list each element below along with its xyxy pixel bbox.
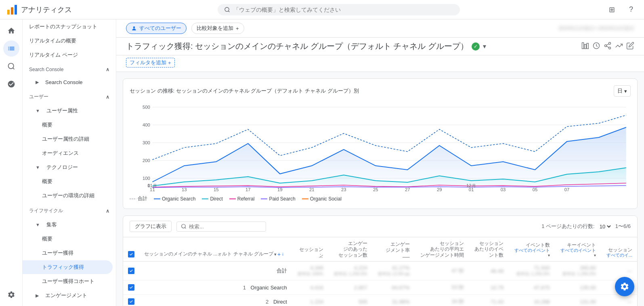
rows-select[interactable]: 10 25 50 — [598, 223, 612, 230]
svg-rect-9 — [584, 44, 586, 49]
legend-organic[interactable]: Organic Search — [154, 196, 195, 202]
sidebar-item-acq-overview[interactable]: 概要 — [23, 232, 113, 246]
sidebar-item-snapshot[interactable]: レポートのスナップショット — [23, 20, 113, 34]
col-header-engagement-rate: エンゲー ジメント率 ___ — [372, 237, 415, 262]
row2-checkbox-cell[interactable] — [123, 295, 139, 306]
svg-text:11: 11 — [150, 188, 155, 192]
svg-text:19: 19 — [277, 188, 283, 192]
search-console-expand-icon[interactable]: ∧ — [106, 67, 109, 72]
edit-icon[interactable] — [626, 42, 634, 51]
legend-referral-icon — [229, 197, 236, 200]
page-toolbar: すべてのユーザー 比較対象を追加 + 2024年11月某日〜2024年12月某日 — [116, 19, 644, 38]
chart-period-select[interactable]: 日 ▾ — [614, 85, 631, 97]
sidebar-item-env-detail[interactable]: ユーザーの環境の詳細 — [23, 189, 113, 203]
row2-name: Direct — [273, 299, 287, 305]
sidebar-item-audience[interactable]: オーディエンス — [23, 146, 113, 160]
sidebar-item-monetization[interactable]: ▶ 収益化 — [23, 303, 113, 306]
svg-text:23: 23 — [341, 188, 346, 192]
total-rate-cell: 41.27% 前年比 12.84 pp — [372, 262, 415, 281]
svg-rect-8 — [582, 43, 584, 49]
sidebar-item-demographics-detail[interactable]: ユーザー属性の詳細 — [23, 132, 113, 146]
legend-paid[interactable]: Paid Search — [261, 196, 295, 202]
channel-dropdown-icon[interactable]: ▾ — [274, 251, 277, 257]
help-icon[interactable]: ? — [625, 3, 638, 16]
sidebar-item-realtime-overview[interactable]: リアルタイムの概要 — [23, 34, 113, 48]
row2-checkbox[interactable] — [128, 298, 134, 305]
legend-social[interactable]: Organic Social — [302, 196, 342, 202]
nav-home[interactable] — [3, 23, 19, 39]
legend-direct[interactable]: Direct — [202, 196, 222, 202]
row2-engaged-cell: 505 — [328, 295, 372, 306]
sidebar-item-overview1[interactable]: 概要 — [23, 118, 113, 132]
sidebar-item-cohort[interactable]: ユーザー獲得コホート — [23, 274, 113, 288]
nav-explore[interactable] — [3, 58, 19, 74]
user-section-expand-icon[interactable]: ∧ — [106, 94, 109, 100]
total-checkbox-cell[interactable] — [123, 262, 139, 281]
topbar-right: ⊞ ? — [605, 3, 638, 16]
row1-checkbox[interactable] — [128, 284, 134, 291]
svg-text:03: 03 — [501, 188, 506, 192]
sidebar-item-acquisition[interactable]: ▼ 集客 — [23, 218, 113, 232]
lifecycle-expand-icon[interactable]: ∧ — [106, 208, 109, 214]
row2-rate-value: 31.98% — [377, 299, 410, 305]
total-key-cell: 265,60 前年比 1,250.0% — [555, 262, 601, 281]
acq-overview-label: 概要 — [42, 235, 52, 243]
search-input[interactable] — [233, 6, 453, 13]
nav-reports[interactable] — [3, 40, 19, 57]
all-users-chip[interactable]: すべてのユーザー — [126, 23, 187, 34]
row1-checkbox-cell[interactable] — [123, 281, 139, 295]
share-icon[interactable] — [604, 42, 612, 51]
chart-period-label: 日 — [617, 87, 623, 95]
audience-label: オーディエンス — [42, 150, 79, 157]
cohort-label: ユーザー獲得コホート — [42, 278, 94, 285]
row2-avg-cell: 34 秒 — [415, 295, 469, 306]
sidebar-item-engagement[interactable]: ▶ エンゲージメント — [23, 289, 113, 302]
sidebar-item-realtime-page[interactable]: リアルタイム ページ — [23, 48, 113, 62]
row2-session-cell: 1,154 — [292, 295, 328, 306]
sidebar-item-technology[interactable]: ▼ テクノロジー — [23, 160, 113, 174]
table-search-input[interactable] — [189, 224, 262, 230]
sidebar-item-overview2[interactable]: 概要 — [23, 175, 113, 188]
title-dropdown-icon[interactable]: ▾ — [483, 42, 486, 50]
svg-point-5 — [8, 63, 13, 69]
sidebar-item-search-console[interactable]: ▶ Search Console — [23, 76, 113, 89]
sidebar-item-traffic-acquisition[interactable]: トラフィック獲得 — [23, 260, 113, 274]
trend-icon[interactable] — [615, 42, 623, 51]
snapshot-label: レポートのスナップショット — [29, 23, 97, 30]
nav-advertising[interactable] — [3, 76, 19, 92]
row1-event-value: 47,675 — [513, 285, 550, 291]
table-search[interactable] — [176, 222, 266, 232]
filter-add-btn[interactable]: フィルタを追加 + — [126, 58, 175, 68]
grid-icon[interactable]: ⊞ — [605, 3, 618, 16]
row1-session-value: 4,416 — [297, 285, 323, 291]
chart-icon[interactable] — [581, 42, 589, 51]
total-session-sub: 前年比 100% — [297, 271, 323, 277]
settings-fab[interactable] — [615, 277, 634, 296]
compare-icon[interactable] — [592, 42, 600, 51]
table-row-2: 2 Direct 1,154 505 31.98% — [123, 295, 637, 306]
chart-container: セッション の推移: セッションのメインのチャネル グループ（デフォルト チャネ… — [123, 78, 638, 209]
chart-area: 500 400 300 200 100 0 — [130, 103, 631, 192]
sidebar-item-user-demographics[interactable]: ▼ ユーザー属性 — [23, 104, 113, 118]
row1-session-cell: 4,416 — [292, 281, 328, 295]
legend-referral[interactable]: Referral — [229, 196, 255, 202]
add-compare-chip[interactable]: 比較対象を追加 + — [191, 23, 244, 34]
legend-total[interactable]: 合計 — [130, 195, 147, 202]
header-checkbox[interactable] — [128, 251, 134, 257]
sidebar-item-user-acquisition[interactable]: ユーザー獲得 — [23, 246, 113, 260]
sort-arrow-icon[interactable]: ↓ — [281, 251, 284, 257]
svg-line-53 — [185, 228, 186, 229]
row2-eps-cell: 71.43 — [469, 295, 508, 306]
search-bar[interactable] — [218, 4, 460, 15]
svg-point-13 — [605, 45, 607, 47]
svg-text:15: 15 — [214, 188, 219, 192]
nav-settings[interactable] — [3, 287, 19, 303]
row1-key-cell: 135.00 — [555, 281, 601, 295]
add-col-icon[interactable]: + — [277, 251, 281, 258]
graph-btn[interactable]: グラフに表示 — [130, 221, 172, 232]
total-event-cell: 71,500 前年比 1,250.0% — [508, 262, 554, 281]
total-checkbox[interactable] — [128, 268, 134, 274]
tech-expand-icon: ▼ — [36, 165, 40, 170]
col-header-channel[interactable]: セッションのメインのチャネル ...ォルト チャネル グループ ▾ + ↓ — [139, 237, 292, 262]
row1-event-cell: 47,675 — [508, 281, 554, 295]
